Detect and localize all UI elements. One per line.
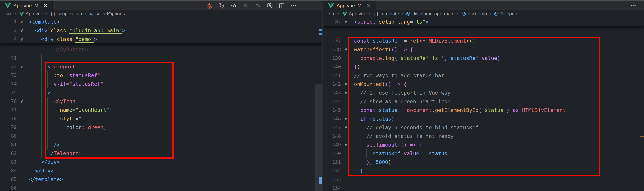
code-line[interactable]: 86 <box>0 184 315 191</box>
fold-chevron-icon[interactable]: ∨ <box>342 45 350 54</box>
previous-change-icon[interactable] <box>230 2 237 9</box>
starburst-extension-icon[interactable] <box>206 2 213 9</box>
code-line[interactable]: 144 // show as a green heart icon <box>323 97 637 106</box>
file-history-icon[interactable] <box>266 2 273 9</box>
breadcrumb-item[interactable]: {}script setup <box>50 11 82 17</box>
code-line[interactable]: 139 console.log('statusRef is ', statusR… <box>323 54 637 62</box>
breadcrumb-item[interactable]: App.vue <box>342 11 366 17</box>
braces-symbol-icon: {} <box>50 11 56 16</box>
code-line[interactable]: 140}) <box>323 62 637 71</box>
breadcrumb-item[interactable]: Teleport <box>494 11 518 17</box>
code-line[interactable]: 2∨ <div class="plugin-app-main"> <box>0 26 322 35</box>
line-number: 72 <box>0 62 17 71</box>
close-tab-icon[interactable]: ✕ <box>43 3 48 8</box>
code-line[interactable]: 82 </Teleport> <box>0 149 315 158</box>
fold-chevron-icon[interactable]: ∨ <box>342 123 350 132</box>
code-editor-right[interactable]: 137const statusRef = ref<HTMLDivElement>… <box>323 17 644 191</box>
breadcrumb-label: selectOptions <box>96 11 125 17</box>
code-line[interactable]: 71 <box>0 54 315 62</box>
code-line[interactable]: 146∨ if (status) { <box>323 115 637 123</box>
code-line[interactable]: 72∨ <Teleport <box>0 62 315 71</box>
code-line[interactable]: 150 statusRef.value = status <box>323 149 637 158</box>
code-line[interactable]: 78 style=" <box>0 114 315 123</box>
breadcrumb-item[interactable]: div.plugin-app-main <box>406 11 454 17</box>
tab-title: App.vue <box>13 3 32 9</box>
code-line[interactable]: 147∨ // delay 5 seconds to bind statusRe… <box>323 123 637 132</box>
indent-guide <box>41 54 42 62</box>
breadcrumb-label: Teleport <box>500 11 518 17</box>
code-line[interactable]: 142∨onMounted(() => { <box>323 80 637 88</box>
open-change-icon[interactable] <box>242 2 249 9</box>
fold-chevron-icon[interactable]: ∨ <box>17 62 26 71</box>
breadcrumb-item[interactable]: App.vue <box>19 11 43 17</box>
breadcrumb-item[interactable]: selectOptions <box>89 11 125 17</box>
fold-chevron-icon[interactable]: ∨ <box>342 80 350 88</box>
code-line[interactable]: 87∨<script setup lang="ts"> <box>323 17 644 26</box>
code-line[interactable]: 74 v-if="statusRef" <box>0 80 315 88</box>
more-actions-icon[interactable] <box>630 2 636 9</box>
fold-chevron-icon[interactable]: ∨ <box>17 17 26 26</box>
code-line[interactable]: 80 " <box>0 132 315 140</box>
symbol-variable-icon <box>89 12 94 16</box>
scrollbar-thumb[interactable] <box>315 84 322 191</box>
code-line[interactable]: 138∨watchEffect(() => { <box>323 45 637 54</box>
tab-app-vue-left[interactable]: App.vue M ✕ <box>0 1 52 10</box>
code-text: <div class="demo"> <box>29 35 97 43</box>
fold-chevron-icon[interactable]: ∨ <box>342 141 350 149</box>
code-editor-left[interactable]: </SyButton> 7172∨ <Teleport73 :to="statu… <box>0 17 322 191</box>
code-line[interactable]: 143∨ // 1. use Teleport in Vue way <box>323 88 637 97</box>
fold-chevron-icon[interactable]: ∨ <box>342 115 350 123</box>
breadcrumb-label: App.vue <box>26 11 43 17</box>
code-line[interactable]: 149∨ setTimeout(() => { <box>323 141 637 149</box>
fold-chevron-icon[interactable]: ∨ <box>17 26 26 35</box>
more-actions-icon[interactable] <box>290 2 297 9</box>
breadcrumb-item[interactable]: src <box>329 11 335 17</box>
indent-guide <box>35 54 35 62</box>
code-line[interactable]: 75 > <box>0 88 315 97</box>
code-line[interactable]: 1∨<template> <box>0 17 322 26</box>
code-lines-right: 137const statusRef = ref<HTMLDivElement>… <box>323 17 644 191</box>
modified-badge: M <box>34 3 38 8</box>
line-number: 74 <box>0 80 17 88</box>
code-text: watchEffect(() => { <box>354 45 413 54</box>
code-text: console.log('statusRef is ', statusRef.v… <box>354 54 500 62</box>
tab-app-vue-right[interactable]: App.vue M ✕ <box>323 1 376 10</box>
code-line[interactable]: 148 // avoid status is not ready <box>323 132 637 141</box>
code-line[interactable]: 85</template> <box>0 175 315 184</box>
close-tab-icon[interactable]: ✕ <box>366 3 371 8</box>
line-number: 149 <box>323 141 341 149</box>
code-line[interactable]: 81 /> <box>0 140 315 149</box>
code-line[interactable]: 153 <box>323 175 637 184</box>
code-line[interactable]: 73 :to="statusRef" <box>0 71 315 80</box>
code-line[interactable]: 137const statusRef = ref<HTMLDivElement>… <box>323 36 637 45</box>
fold-chevron-icon[interactable]: ∨ <box>17 35 26 43</box>
code-text: // 1. use Teleport in Vue way <box>354 88 450 97</box>
code-line[interactable]: 77 name="iconHeart" <box>0 106 315 114</box>
fold-chevron-icon[interactable]: ∨ <box>342 17 350 26</box>
next-change-icon[interactable] <box>254 2 261 9</box>
breadcrumb-item[interactable]: {}template <box>374 11 399 17</box>
code-line[interactable]: 151 }, 5000) <box>323 158 637 167</box>
code-text: <Teleport <box>29 62 76 71</box>
code-text: > <box>29 88 50 97</box>
breadcrumb-item[interactable]: div.demo <box>462 11 487 17</box>
code-line[interactable]: 154 <box>323 184 637 191</box>
code-text: </div> <box>29 158 60 166</box>
code-line[interactable]: 145 const status = document.getElementBy… <box>323 106 637 115</box>
code-line[interactable]: 76∨ <SyIcon <box>0 97 315 106</box>
code-text: :to="statusRef" <box>29 71 100 80</box>
fold-chevron-icon[interactable]: ∨ <box>17 97 26 106</box>
code-line[interactable]: 79 color: green; <box>0 123 315 132</box>
code-line[interactable]: 84 </div> <box>0 166 315 175</box>
code-line[interactable]: 83 </div> <box>0 158 315 166</box>
code-line[interactable]: 141// two ways to add status bar <box>323 71 637 80</box>
code-line[interactable]: 4∨ <div class="demo"> <box>0 35 322 43</box>
overview-ruler-modified-mark <box>319 29 322 31</box>
split-editor-icon[interactable] <box>278 2 285 9</box>
breadcrumb-item[interactable]: src <box>6 11 12 17</box>
code-line[interactable]: 152 } <box>323 167 637 175</box>
compare-changes-icon[interactable] <box>218 2 225 9</box>
line-number: 83 <box>0 158 17 166</box>
editor-toolbar-right <box>630 1 644 10</box>
fold-chevron-icon[interactable]: ∨ <box>342 88 350 97</box>
